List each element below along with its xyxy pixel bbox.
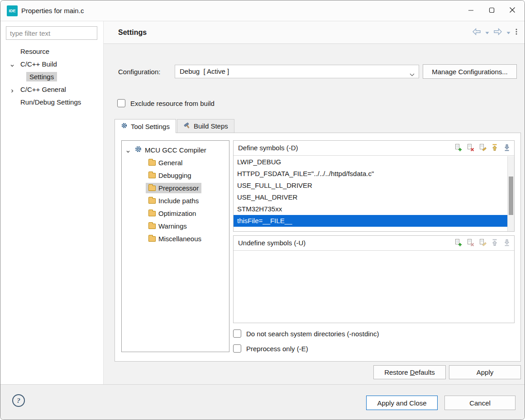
- apply-and-close-button[interactable]: Apply and Close: [366, 396, 438, 410]
- forward-button[interactable]: [492, 27, 503, 38]
- delete-symbol-button[interactable]: [465, 239, 475, 248]
- manage-configurations-button[interactable]: Manage Configurations...: [423, 64, 517, 79]
- undefine-symbols-header: Undefine symbols (-U): [234, 236, 514, 251]
- ide-logo-icon: IDE: [7, 5, 18, 16]
- minimize-icon: [468, 7, 474, 14]
- list-item[interactable]: USE_HAL_DRIVER: [234, 191, 507, 203]
- tool-options-tree: MCU GCC Compiler General Debugging Prepr…: [121, 140, 229, 352]
- footer-buttons: Apply and Close Cancel: [366, 396, 515, 410]
- edit-symbol-button[interactable]: [477, 239, 487, 248]
- tree-item-label: Miscellaneous: [158, 235, 201, 243]
- add-symbol-button[interactable]: [453, 239, 463, 248]
- move-up-icon: [491, 143, 499, 153]
- edit-icon: [478, 143, 487, 153]
- sidebar-tree: Resource C/C++ Build Settings C/C++ Gene…: [0, 45, 103, 108]
- minimize-button[interactable]: [460, 0, 481, 21]
- folder-icon: [148, 198, 156, 204]
- define-symbols-title: Define symbols (-D): [238, 141, 298, 155]
- folder-icon: [148, 211, 156, 216]
- close-button[interactable]: [502, 0, 523, 21]
- cancel-button[interactable]: Cancel: [444, 396, 515, 410]
- maximize-icon: [489, 7, 495, 14]
- nostdinc-checkbox[interactable]: [233, 329, 241, 338]
- view-menu-button[interactable]: [514, 27, 519, 38]
- settings-header: Settings: [104, 21, 525, 44]
- configuration-select[interactable]: Debug [ Active ]: [175, 65, 419, 78]
- tool-settings-panel: MCU GCC Compiler General Debugging Prepr…: [115, 133, 521, 362]
- move-up-button[interactable]: [490, 239, 499, 248]
- chevron-down-icon: [410, 70, 415, 78]
- delete-symbol-button[interactable]: [465, 143, 475, 153]
- define-symbols-list: LWIP_DEBUG HTTPD_FSDATA_FILE="../../../h…: [234, 156, 507, 231]
- scrollbar-thumb[interactable]: [509, 177, 513, 215]
- back-dropdown-button[interactable]: [484, 28, 490, 37]
- define-symbols-panel: Define symbols (-D): [233, 140, 515, 232]
- maximize-button[interactable]: [481, 0, 502, 21]
- folder-icon: [148, 186, 156, 191]
- list-item[interactable]: HTTPD_FSDATA_FILE="../../../httpd/fsdata…: [234, 168, 507, 180]
- configuration-label: Configuration:: [118, 65, 160, 79]
- tab-build-steps[interactable]: Build Steps: [177, 119, 234, 133]
- close-icon: [509, 7, 515, 14]
- move-up-icon: [491, 239, 499, 248]
- add-symbol-button[interactable]: [453, 143, 463, 153]
- exclude-resource-checkbox[interactable]: [117, 99, 125, 107]
- sidebar-item-run-debug-settings[interactable]: Run/Debug Settings: [0, 95, 103, 108]
- tree-item-preprocessor[interactable]: Preprocessor: [122, 181, 229, 194]
- chevron-down-icon[interactable]: [10, 62, 14, 69]
- list-item-selected[interactable]: thisFile=__FILE__: [234, 215, 507, 227]
- move-down-button[interactable]: [502, 239, 511, 248]
- sidebar-item-ccpp-general[interactable]: C/C++ General: [0, 83, 103, 95]
- undefine-symbols-list[interactable]: [234, 251, 514, 323]
- forward-dropdown-button[interactable]: [506, 28, 511, 37]
- nostdinc-label: Do not search system directories (-nostd…: [246, 330, 379, 338]
- tree-item-include-paths[interactable]: Include paths: [122, 194, 229, 207]
- exclude-resource-row: Exclude resource from build: [117, 99, 215, 107]
- move-down-icon: [503, 239, 511, 248]
- chevron-right-icon[interactable]: [10, 87, 14, 95]
- button-label: Restore Defaults: [384, 368, 435, 376]
- move-up-button[interactable]: [490, 143, 499, 153]
- tree-item-general[interactable]: General: [122, 156, 229, 169]
- tree-item-mcu-gcc-compiler[interactable]: MCU GCC Compiler: [122, 143, 229, 156]
- sidebar-item-ccpp-build[interactable]: C/C++ Build: [0, 57, 103, 70]
- chevron-down-icon[interactable]: [126, 148, 130, 155]
- edit-icon: [478, 239, 487, 248]
- tree-item-miscellaneous[interactable]: Miscellaneous: [122, 232, 229, 245]
- folder-icon: [148, 236, 156, 242]
- delete-icon: [466, 143, 474, 153]
- list-item[interactable]: USE_FULL_LL_DRIVER: [234, 180, 507, 191]
- move-down-icon: [503, 143, 511, 153]
- restore-defaults-button[interactable]: Restore Defaults: [373, 365, 446, 379]
- tree-item-warnings[interactable]: Warnings: [122, 220, 229, 232]
- folder-icon: [148, 224, 156, 229]
- tab-tool-settings[interactable]: Tool Settings: [115, 119, 176, 133]
- sidebar-item-settings[interactable]: Settings: [0, 70, 103, 83]
- tree-item-debugging[interactable]: Debugging: [122, 169, 229, 181]
- sidebar: Resource C/C++ Build Settings C/C++ Gene…: [0, 21, 104, 384]
- sidebar-item-resource[interactable]: Resource: [0, 45, 103, 57]
- help-button[interactable]: ?: [12, 394, 25, 407]
- exclude-resource-label: Exclude resource from build: [130, 100, 215, 107]
- back-button[interactable]: [471, 27, 482, 38]
- history-navigation: [471, 21, 519, 43]
- preprocess-only-row: Preprocess only (-E): [233, 344, 308, 353]
- move-down-button[interactable]: [502, 143, 511, 153]
- list-item[interactable]: STM32H735xx: [234, 203, 507, 215]
- preprocess-only-checkbox[interactable]: [233, 344, 241, 353]
- vertical-scrollbar[interactable]: [507, 156, 514, 231]
- folder-icon: [148, 160, 156, 166]
- tree-item-optimization[interactable]: Optimization: [122, 207, 229, 220]
- tab-label: Tool Settings: [131, 123, 170, 130]
- compiler-gear-icon: [134, 145, 142, 154]
- edit-symbol-button[interactable]: [477, 143, 487, 153]
- sidebar-item-label: Run/Debug Settings: [20, 98, 81, 106]
- settings-page: Configuration: Debug [ Active ] Manage C…: [104, 44, 525, 384]
- list-item[interactable]: LWIP_DEBUG: [234, 156, 507, 168]
- apply-button[interactable]: Apply: [449, 365, 521, 379]
- back-icon: [472, 28, 481, 37]
- filter-input[interactable]: [6, 26, 97, 40]
- tree-item-label: Optimization: [158, 210, 196, 217]
- tree-item-label: Debugging: [158, 172, 191, 179]
- sidebar-item-label: Settings: [26, 72, 57, 81]
